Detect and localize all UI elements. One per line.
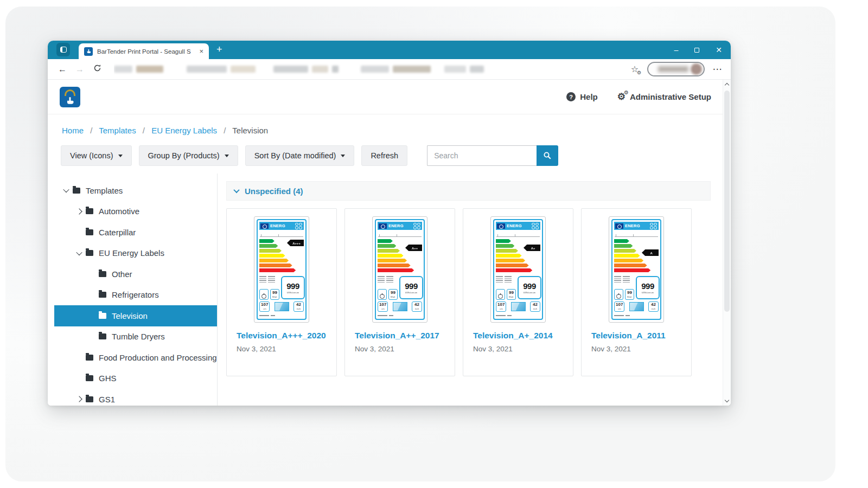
- size-inch-box: 42inch: [648, 301, 659, 312]
- sidebar-item-caterpillar[interactable]: Caterpillar: [54, 222, 217, 243]
- minimize-button[interactable]: –: [674, 46, 678, 54]
- supplier-model-line: [378, 232, 422, 237]
- tab-actions-button[interactable]: [56, 43, 70, 56]
- star-dot: [413, 223, 417, 226]
- close-window-button[interactable]: ✕: [716, 46, 722, 54]
- breadcrumb: Home / Templates / EU Energy Labels / Te…: [62, 126, 731, 135]
- breadcrumb-templates[interactable]: Templates: [99, 126, 136, 135]
- sidebar-item-other[interactable]: Other: [54, 264, 217, 285]
- new-tab-button[interactable]: +: [216, 44, 222, 55]
- page-scrollbar[interactable]: [723, 80, 731, 406]
- energy-label-thumbnail[interactable]: ENERGA++99Watt999kWh/annum107cm42inch: [372, 216, 427, 323]
- breadcrumb-home[interactable]: Home: [62, 126, 84, 135]
- fine-print-line: [386, 282, 393, 283]
- back-button-icon[interactable]: ←: [54, 65, 71, 74]
- label-left-column: 99Watt: [259, 275, 279, 300]
- template-title-link[interactable]: Television_A+++_2020: [237, 330, 327, 341]
- fine-print-line: [268, 280, 275, 281]
- forward-button-icon: →: [72, 65, 88, 74]
- sidebar-item-templates[interactable]: Templates: [54, 180, 217, 201]
- url-field[interactable]: [114, 63, 621, 76]
- folder-icon: [86, 396, 93, 402]
- power-switch-box: [614, 289, 623, 300]
- supplier-model-line: [496, 232, 540, 237]
- template-title-link[interactable]: Television_A+_2014: [473, 330, 563, 341]
- tv-screen-icon: [275, 302, 289, 311]
- energy-label: ENERGA99Watt999kWh/annum107cm42inch: [611, 219, 661, 320]
- fine-print-line: [496, 280, 503, 281]
- rating-bar: [496, 268, 532, 272]
- sidebar-item-ghs[interactable]: GHS: [54, 368, 217, 389]
- administrative-setup-button[interactable]: ⚙⚙ Administrative Setup: [617, 92, 711, 101]
- browser-menu-icon[interactable]: ⋯: [710, 63, 724, 75]
- chevron-down-icon[interactable]: [61, 188, 72, 192]
- rating-tag: A++: [405, 245, 422, 251]
- size-row: 107cm42inch: [259, 301, 304, 312]
- sidebar-item-television[interactable]: Television: [54, 305, 217, 326]
- star-dot: [532, 226, 535, 229]
- rating-bar: [496, 254, 522, 258]
- rating-bar: [259, 249, 282, 253]
- redacted-url-block: [114, 66, 132, 73]
- star-dot: [299, 226, 302, 229]
- fine-print-line: [505, 276, 512, 277]
- scroll-down-icon[interactable]: [725, 398, 729, 402]
- sidebar-item-label: Television: [112, 311, 148, 320]
- bartender-logo[interactable]: [60, 87, 80, 107]
- folder-icon: [73, 188, 80, 194]
- label-middle: 99Watt999kWh/annum: [259, 275, 304, 300]
- sidebar-item-gs1[interactable]: GS1: [54, 389, 217, 406]
- rating-bar: [496, 239, 511, 243]
- help-button[interactable]: ? Help: [566, 92, 598, 101]
- rating-bar: [496, 264, 529, 267]
- rating-bar: [378, 268, 414, 272]
- sort-by-dropdown-button[interactable]: Sort By (Date modified): [245, 145, 355, 166]
- energy-label-thumbnail[interactable]: ENERGA99Watt999kWh/annum107cm42inch: [609, 216, 664, 323]
- search-input[interactable]: [427, 145, 537, 166]
- folder-icon: [86, 208, 93, 214]
- search-button[interactable]: [537, 145, 558, 166]
- browser-tab[interactable]: BarTender Print Portal - Seagull S ×: [79, 43, 209, 59]
- refresh-button-icon[interactable]: [89, 64, 105, 74]
- energy-label-thumbnail[interactable]: ENERGA+99Watt999kWh/annum107cm42inch: [490, 216, 546, 323]
- scrollbar-thumb[interactable]: [724, 91, 730, 312]
- tab-close-icon[interactable]: ×: [199, 47, 203, 55]
- browser-address-bar: ← → ☆⚙ ⋯: [48, 59, 731, 80]
- fine-print-line: [614, 276, 621, 277]
- scroll-up-icon[interactable]: [725, 83, 729, 87]
- energy-label-thumbnail[interactable]: ENERGA+++99Watt999kWh/annum107cm42inch: [254, 216, 309, 323]
- sidebar-item-refrigerators[interactable]: Refrigerators: [54, 285, 217, 306]
- size-cm-box: 107cm: [614, 301, 624, 312]
- app-body: Templates Automotive Caterpillar EU Ener…: [48, 174, 723, 406]
- fine-print-line: [623, 282, 630, 283]
- footer-line: [378, 313, 422, 317]
- sidebar-item-tumble-dryers[interactable]: Tumble Dryers: [54, 326, 217, 348]
- rating-bar: [259, 264, 292, 267]
- chevron-down-icon[interactable]: [74, 251, 85, 255]
- size-cm-box: 107cm: [378, 301, 388, 312]
- breadcrumb-eu-energy-labels[interactable]: EU Energy Labels: [151, 126, 217, 135]
- caret-down-icon: [341, 155, 345, 157]
- chevron-right-icon[interactable]: [74, 397, 85, 401]
- rating-bar: [378, 254, 404, 258]
- template-title-link[interactable]: Television_A_2011: [591, 330, 681, 341]
- group-by-dropdown-button[interactable]: Group By (Products): [139, 145, 238, 166]
- template-title-link[interactable]: Television_A++_2017: [355, 330, 445, 341]
- fine-print-line: [259, 278, 266, 279]
- favorites-star-icon[interactable]: ☆⚙: [628, 64, 642, 74]
- help-icon: ?: [566, 92, 576, 101]
- sidebar-item-automotive[interactable]: Automotive: [54, 201, 217, 222]
- sidebar-item-food-production[interactable]: Food Production and Processing: [54, 347, 217, 368]
- view-dropdown-button[interactable]: View (Icons): [61, 145, 132, 166]
- rating-bar: [259, 254, 285, 258]
- rating-bar: [614, 244, 633, 248]
- sidebar-item-eu-energy-labels[interactable]: EU Energy Labels: [54, 243, 217, 264]
- group-header[interactable]: Unspecified (4): [226, 181, 711, 201]
- folder-icon: [86, 250, 93, 256]
- template-card: ENERGA+99Watt999kWh/annum107cm42inch Tel…: [463, 208, 573, 376]
- maximize-button[interactable]: [694, 48, 699, 53]
- chevron-right-icon[interactable]: [74, 209, 85, 214]
- profile-pill[interactable]: [647, 62, 705, 76]
- sidebar-item-label: Tumble Dryers: [112, 332, 165, 341]
- refresh-button[interactable]: Refresh: [361, 145, 407, 166]
